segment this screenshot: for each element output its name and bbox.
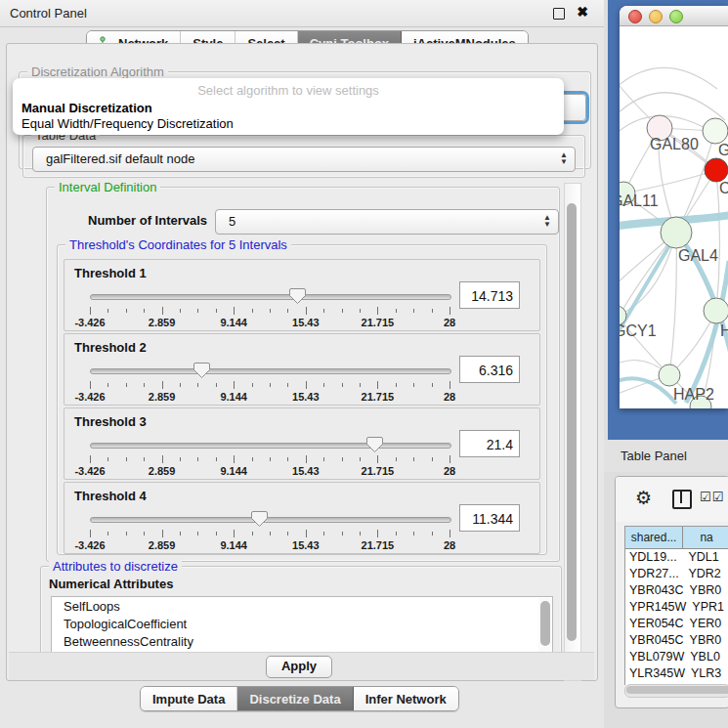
num-intervals-label: Number of Intervals [88,213,207,228]
list-item[interactable]: TopologicalCoefficient [52,615,552,632]
slider-handle[interactable] [366,436,383,453]
threshold-2-slider[interactable]: -3.4262.8599.14415.4321.71528 [90,364,450,403]
node-red[interactable] [705,158,728,182]
tab-infer-network[interactable]: Infer Network [354,687,458,710]
algorithm-hint: Select algorithm to view settings [13,83,564,98]
tab-infer-network-label: Infer Network [365,692,447,707]
column-header-name[interactable]: na [683,527,728,548]
num-intervals-combobox[interactable]: 5 ▲▼ [215,209,559,235]
network-view-frame: GAL80 GA C GAL11 GAL4 H GCY1 HAP2 [608,0,728,440]
thresholds-groupbox: Threshold's Coordinates for 5 Intervals … [57,244,547,555]
threshold-2-row: Threshold 2 -3.4262.8599.14415.4321.7152… [64,333,540,406]
list-scrollbar[interactable] [538,598,551,653]
node-top-right[interactable] [703,118,728,144]
close-icon[interactable]: ✖ [577,4,588,20]
slider-handle[interactable] [251,510,268,528]
threshold-1-slider[interactable]: -3.4262.8599.14415.4321.71528 [90,289,450,328]
scrollbar-thumb[interactable] [567,203,577,641]
threshold-1-row: Threshold 1 -3.4262.8599.14415.4321.7152… [64,259,540,331]
numerical-attributes-list[interactable]: SelfLoops TopologicalCoefficient Between… [51,596,553,655]
slider-ticks [90,381,450,390]
apply-strip: Apply [9,652,594,680]
slider-ticks [90,455,450,464]
slider-tick-labels: -3.4262.8599.14415.4321.71528 [90,317,450,328]
node-gal4[interactable] [661,217,692,248]
slider-tick-labels: -3.4262.8599.14415.4321.71528 [90,391,450,403]
scrollbar-thumb[interactable] [626,686,728,694]
slider-handle[interactable] [193,362,210,379]
menu-item-equal-width-frequency[interactable]: Equal Width/Frequency Discretization [21,116,234,131]
node-hap2[interactable] [659,364,680,386]
table-panel-titlebar: Table Panel [604,440,728,472]
node-table[interactable]: shared... na YDL19...YDL1 YDR27...YDR2 Y… [624,526,728,685]
close-traffic-light-icon[interactable] [628,10,642,23]
threshold-3-row: Threshold 3 -3.4262.8599.14415.4321.7152… [64,407,540,480]
node-right-mid[interactable] [704,298,728,323]
screen: Control Panel ✖ Network Style Select Cyn… [0,0,728,728]
node-label-gal11: GAL11 [620,193,659,210]
column-header-shared-name[interactable]: shared... [625,527,683,548]
tab-discretize-data[interactable]: Discretize Data [237,687,353,710]
node-label-gal80: GAL80 [650,136,699,153]
node-label-partial-c: C [719,180,728,197]
table-panel-title: Table Panel [621,449,687,463]
threshold-3-slider[interactable]: -3.4262.8599.14415.4321.71528 [90,438,450,477]
threshold-4-value-field[interactable]: 11.344 [459,504,520,532]
algorithm-dropdown-popup: Select algorithm to view settings Manual… [13,78,564,135]
stepper-icon: ▲▼ [560,151,568,165]
node-label-partial-ga: GA [718,142,728,159]
apply-button[interactable]: Apply [266,656,332,678]
table-data-groupbox: Table Data galFiltered.sif default node … [22,135,585,178]
slider-track[interactable] [90,443,451,449]
network-canvas[interactable]: GAL80 GA C GAL11 GAL4 H GCY1 HAP2 [620,26,728,408]
node-label-hap2: HAP2 [673,386,714,404]
table-panel: ⚙ ☑☑ shared... na YDL19...YDL1 YDR27...Y… [615,476,728,708]
checkbox-icons[interactable]: ☑☑ [700,490,724,504]
table-row[interactable]: YER054CYER0 [625,616,728,632]
table-horizontal-scrollbar[interactable] [624,684,728,698]
threshold-2-label: Threshold 2 [74,340,147,355]
table-row[interactable]: YDR27...YDR2 [625,566,728,582]
table-row[interactable]: YPR145WYPR1 [625,599,728,616]
threshold-2-value-field[interactable]: 6.316 [459,356,520,383]
panel-title: Control Panel [10,6,87,21]
list-item[interactable]: BetweennessCentrality [52,632,552,650]
slider-ticks [90,307,450,316]
slider-ticks [90,530,450,538]
slider-track[interactable] [90,294,451,300]
threshold-4-label: Threshold 4 [74,489,147,503]
split-columns-icon[interactable] [672,490,692,509]
table-header-row: shared... na [625,527,728,549]
table-row[interactable]: YBR045CYBR0 [625,632,728,649]
attributes-group-title: Attributes to discretize [49,559,182,574]
table-row[interactable]: YLR345WYLR3 [625,665,728,682]
menu-item-manual-discretization[interactable]: Manual Discretization [21,101,152,115]
tab-impute-data[interactable]: Impute Data [141,687,237,710]
float-window-icon[interactable] [553,8,565,20]
table-row[interactable]: YDL19...YDL1 [625,549,728,566]
slider-tick-labels: -3.4262.8599.14415.4321.71528 [90,539,450,551]
threshold-1-value-field[interactable]: 14.713 [459,281,520,309]
slider-track[interactable] [90,517,451,523]
numerical-attributes-label: Numerical Attributes [49,577,173,591]
table-row[interactable]: YBR043CYBR0 [625,582,728,599]
gear-icon[interactable]: ⚙ [635,487,652,509]
control-panel-titlebar: Control Panel ✖ [0,0,604,27]
table-data-value: galFiltered.sif default node [46,151,194,166]
threshold-4-slider[interactable]: -3.4262.8599.14415.4321.71528 [90,512,450,551]
slider-handle[interactable] [289,287,306,305]
minimize-traffic-light-icon[interactable] [649,10,663,23]
network-window-titlebar [620,6,728,26]
table-data-combobox[interactable]: galFiltered.sif default node ▲▼ [32,147,576,172]
tab-impute-data-label: Impute Data [152,692,225,707]
control-panel-window: Control Panel ✖ Network Style Select Cyn… [0,0,604,728]
slider-track[interactable] [90,368,451,374]
threshold-3-value-field[interactable]: 21.4 [459,430,520,457]
zoom-traffic-light-icon[interactable] [669,10,683,23]
node-label-gal4: GAL4 [678,247,718,265]
list-item[interactable]: SelfLoops [52,597,552,615]
thresholds-group-title: Threshold's Coordinates for 5 Intervals [65,237,291,252]
panel-scrollbar[interactable] [564,183,581,681]
table-row[interactable]: YBL079WYBL0 [625,649,728,665]
network-graph [620,26,728,408]
